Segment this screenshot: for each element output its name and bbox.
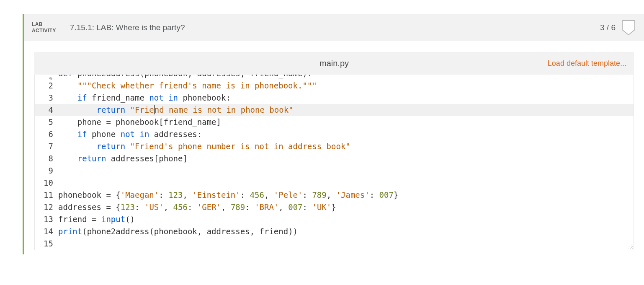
code-text[interactable]: """Check whether friend's name is in pho…	[58, 80, 634, 92]
code-editor[interactable]: 1def phone2address(phonebook, addresses,…	[34, 75, 634, 250]
line-number: 9	[35, 165, 58, 177]
code-text[interactable]: return "Friend's phone number is not in …	[58, 140, 634, 153]
code-line[interactable]: 6 if phone not in addresses:	[35, 128, 634, 140]
code-line[interactable]: 2 """Check whether friend's name is in p…	[35, 80, 634, 92]
code-line[interactable]: 8 return addresses[phone]	[35, 153, 634, 165]
code-text[interactable]: if friend_name not in phonebook:	[58, 92, 634, 104]
code-text[interactable]	[58, 177, 634, 189]
editor-area: main.py Load default template... 1def ph…	[24, 41, 644, 254]
lab-header: LAB ACTIVITY 7.15.1: LAB: Where is the p…	[24, 14, 644, 41]
code-text[interactable]: phone = phonebook[friend_name]	[58, 116, 634, 128]
line-number: 15	[35, 238, 58, 250]
line-number: 14	[35, 225, 58, 238]
file-name: main.py	[237, 59, 431, 68]
code-line[interactable]: 11phonebook = {'Maegan': 123, 'Einstein'…	[35, 189, 634, 201]
code-text[interactable]: def phone2address(phonebook, addresses, …	[58, 75, 634, 80]
code-text[interactable]	[58, 165, 634, 177]
line-number: 4	[35, 104, 58, 116]
line-number: 11	[35, 189, 58, 201]
resize-grip-icon[interactable]	[628, 244, 633, 249]
score-display: 3 / 6	[600, 23, 616, 32]
line-number: 13	[35, 213, 58, 225]
line-number: 10	[35, 177, 58, 189]
code-text[interactable]: addresses = {123: 'US', 456: 'GER', 789:…	[58, 201, 634, 213]
line-number: 2	[35, 80, 58, 92]
code-line[interactable]: 9	[35, 165, 634, 177]
code-line[interactable]: 5 phone = phonebook[friend_name]	[35, 116, 634, 128]
code-text[interactable]	[58, 238, 634, 250]
header-divider	[63, 21, 63, 35]
code-line[interactable]: 1def phone2address(phonebook, addresses,…	[35, 75, 634, 80]
code-text[interactable]: return addresses[phone]	[58, 153, 634, 165]
lab-title: 7.15.1: LAB: Where is the party?	[70, 23, 600, 32]
shield-icon	[621, 20, 636, 36]
line-number: 7	[35, 140, 58, 153]
line-number: 3	[35, 92, 58, 104]
code-text[interactable]: print(phone2address(phonebook, addresses…	[58, 225, 634, 238]
code-text[interactable]: if phone not in addresses:	[58, 128, 634, 140]
line-number: 5	[35, 116, 58, 128]
code-line[interactable]: 13friend = input()	[35, 213, 634, 225]
code-line[interactable]: 10	[35, 177, 634, 189]
code-line[interactable]: 15	[35, 238, 634, 250]
code-line[interactable]: 4 return "Friend name is not in phone bo…	[35, 104, 634, 116]
code-text[interactable]: friend = input()	[58, 213, 634, 225]
line-number: 8	[35, 153, 58, 165]
code-line[interactable]: 14print(phone2address(phonebook, address…	[35, 225, 634, 238]
code-text[interactable]: phonebook = {'Maegan': 123, 'Einstein': …	[58, 189, 634, 201]
load-default-template-link[interactable]: Load default template...	[432, 59, 626, 68]
file-header: main.py Load default template...	[34, 52, 634, 75]
line-number: 6	[35, 128, 58, 140]
lab-activity-tag: LAB ACTIVITY	[32, 21, 63, 34]
svg-line-2	[632, 248, 633, 249]
lab-tag-line2: ACTIVITY	[32, 28, 56, 34]
lab-container: LAB ACTIVITY 7.15.1: LAB: Where is the p…	[23, 14, 644, 254]
code-text[interactable]: return "Friend name is not in phone book…	[58, 104, 634, 116]
line-number: 1	[35, 75, 58, 80]
lab-tag-line1: LAB	[32, 21, 56, 28]
code-line[interactable]: 3 if friend_name not in phonebook:	[35, 92, 634, 104]
line-number: 12	[35, 201, 58, 213]
code-line[interactable]: 12addresses = {123: 'US', 456: 'GER', 78…	[35, 201, 634, 213]
code-line[interactable]: 7 return "Friend's phone number is not i…	[35, 140, 634, 153]
